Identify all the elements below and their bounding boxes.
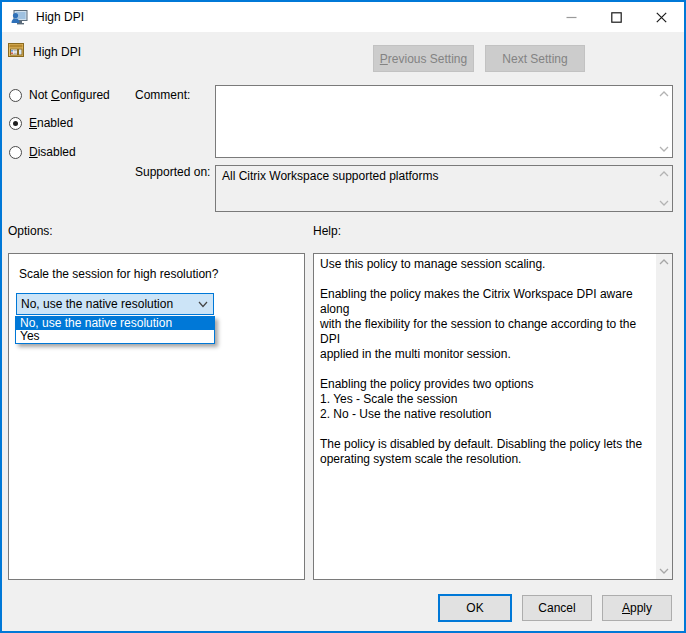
- options-panel: Scale the session for high resolution? N…: [8, 253, 305, 580]
- chevron-up-icon[interactable]: [658, 89, 670, 99]
- next-setting-button[interactable]: Next Setting: [485, 45, 585, 72]
- resolution-dropdown-list: No, use the native resolution Yes: [15, 316, 215, 344]
- chevron-down-icon[interactable]: [658, 198, 670, 208]
- scale-question-label: Scale the session for high resolution?: [19, 267, 218, 281]
- chevron-down-icon[interactable]: [658, 144, 670, 154]
- titlebar[interactable]: High DPI: [2, 2, 684, 32]
- high-dpi-dialog: High DPI High DPI Previous Setting Next …: [2, 2, 684, 631]
- ok-button[interactable]: OK: [438, 594, 512, 622]
- minimize-button[interactable]: [549, 2, 594, 32]
- chevron-up-icon[interactable]: [658, 257, 670, 267]
- policy-name-label: High DPI: [33, 45, 81, 59]
- supported-on-value: All Citrix Workspace supported platforms: [216, 166, 672, 183]
- minimize-icon: [566, 12, 577, 23]
- next-setting-label: Next Setting: [502, 52, 567, 66]
- comment-label: Comment:: [135, 88, 190, 102]
- help-label: Help:: [313, 224, 341, 238]
- cancel-button[interactable]: Cancel: [522, 595, 592, 621]
- policy-document-icon: [8, 42, 24, 58]
- radio-disabled[interactable]: Disabled: [9, 145, 76, 159]
- radio-enabled-label: Enabled: [29, 116, 73, 130]
- close-icon: [656, 12, 667, 23]
- combobox-value: No, use the native resolution: [17, 297, 195, 311]
- help-text: Use this policy to manage session scalin…: [314, 254, 655, 579]
- radio-enabled[interactable]: Enabled: [9, 116, 73, 130]
- cancel-label: Cancel: [538, 601, 575, 615]
- apply-button[interactable]: Apply: [602, 595, 672, 621]
- supported-on-box: All Citrix Workspace supported platforms: [215, 165, 673, 212]
- window-controls: [549, 2, 684, 32]
- ok-label: OK: [466, 601, 483, 615]
- options-label: Options:: [8, 224, 53, 238]
- previous-setting-label: Previous Setting: [380, 52, 467, 66]
- radio-circle-checked[interactable]: [9, 117, 22, 130]
- apply-label: Apply: [622, 601, 652, 615]
- window-frame: High DPI High DPI Previous Setting Next …: [0, 0, 686, 633]
- radio-circle[interactable]: [9, 89, 22, 102]
- chevron-up-icon[interactable]: [658, 169, 670, 179]
- radio-not-configured-label: Not Configured: [29, 88, 110, 102]
- previous-setting-button[interactable]: Previous Setting: [373, 45, 474, 72]
- help-panel: Use this policy to manage session scalin…: [313, 253, 673, 580]
- dropdown-item-no-native[interactable]: No, use the native resolution: [16, 317, 214, 330]
- help-scrollbar[interactable]: [656, 254, 672, 579]
- close-button[interactable]: [639, 2, 684, 32]
- radio-disabled-label: Disabled: [29, 145, 76, 159]
- monitor-user-icon: [11, 10, 28, 25]
- maximize-icon: [611, 12, 622, 23]
- resolution-combobox[interactable]: No, use the native resolution: [16, 293, 214, 315]
- window-title: High DPI: [36, 10, 84, 24]
- maximize-button[interactable]: [594, 2, 639, 32]
- dropdown-item-yes[interactable]: Yes: [16, 330, 214, 343]
- comment-input[interactable]: [215, 85, 673, 158]
- chevron-down-icon: [195, 296, 211, 312]
- supported-on-label: Supported on:: [135, 165, 210, 179]
- radio-not-configured[interactable]: Not Configured: [9, 88, 110, 102]
- chevron-down-icon[interactable]: [658, 566, 670, 576]
- radio-circle[interactable]: [9, 146, 22, 159]
